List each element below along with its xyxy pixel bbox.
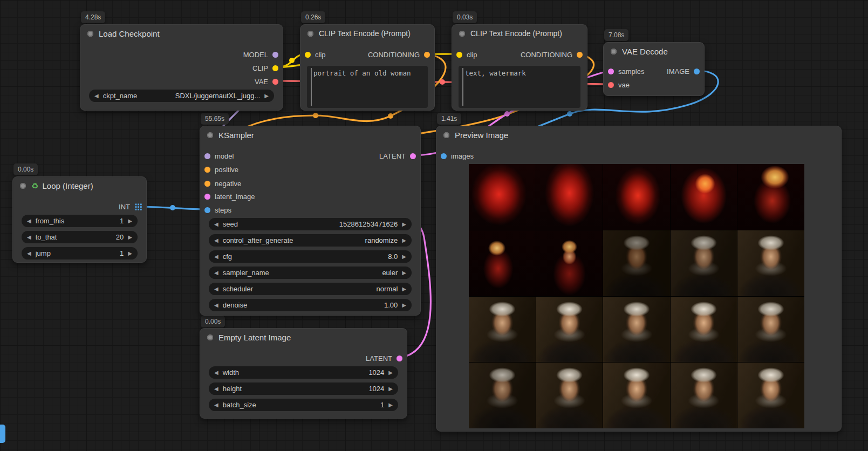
widget-to-that[interactable]: ◀ to_that 20 ▶	[22, 231, 138, 243]
node-header[interactable]: Preview Image	[436, 126, 841, 144]
prompt-text: text, watermark	[465, 69, 526, 77]
node-preview-image[interactable]: Preview Image images	[436, 126, 842, 432]
widget-sampler-name[interactable]: ◀ sampler_name euler ▶	[209, 266, 412, 279]
increment-arrow-icon[interactable]: ▶	[264, 93, 269, 99]
increment-arrow-icon[interactable]: ▶	[128, 251, 132, 256]
prompt-textarea[interactable]: portrait of an old woman	[307, 66, 428, 108]
model-socket[interactable]	[272, 52, 278, 58]
widget-batch-size[interactable]: ◀ batch_size 1 ▶	[209, 399, 398, 411]
increment-arrow-icon[interactable]: ▶	[402, 303, 406, 308]
image-socket[interactable]	[694, 69, 700, 74]
node-clip-text-encode-negative[interactable]: CLIP Text Encode (Prompt) clip CONDITION…	[452, 24, 587, 111]
widget-control-after-generate[interactable]: ◀ control_after_generate randomize ▶	[209, 234, 412, 247]
prompt-textarea[interactable]: text, watermark	[459, 66, 580, 108]
decrement-arrow-icon[interactable]: ◀	[214, 254, 218, 259]
increment-arrow-icon[interactable]: ▶	[402, 222, 406, 227]
vae-socket[interactable]	[272, 79, 278, 85]
slot-label: CLIP	[252, 64, 268, 72]
node-title: Empty Latent Image	[218, 333, 291, 342]
decrement-arrow-icon[interactable]: ◀	[214, 286, 218, 292]
vae-input-socket[interactable]	[608, 82, 614, 88]
decrement-arrow-icon[interactable]: ◀	[27, 235, 31, 240]
conditioning-socket[interactable]	[577, 52, 583, 58]
widget-value: 1024	[368, 385, 384, 393]
decrement-arrow-icon[interactable]: ◀	[27, 251, 31, 256]
node-title: Preview Image	[455, 131, 508, 140]
node-header[interactable]: KSampler	[200, 126, 420, 144]
increment-arrow-icon[interactable]: ▶	[402, 254, 406, 259]
model-input-socket[interactable]	[204, 153, 210, 159]
clip-input-socket[interactable]	[305, 52, 311, 58]
decrement-arrow-icon[interactable]: ◀	[94, 93, 99, 99]
decrement-arrow-icon[interactable]: ◀	[214, 402, 218, 408]
widget-scheduler[interactable]: ◀ scheduler normal ▶	[209, 283, 412, 295]
widget-denoise[interactable]: ◀ denoise 1.00 ▶	[209, 299, 412, 311]
timing-badge: 0.00s	[13, 163, 38, 175]
increment-arrow-icon[interactable]: ▶	[388, 386, 393, 392]
node-header[interactable]: ♻ Loop (Integer)	[13, 177, 146, 194]
node-title: CLIP Text Encode (Prompt)	[470, 29, 562, 38]
output-slot-model: MODEL	[243, 49, 278, 60]
node-empty-latent-image[interactable]: Empty Latent Image LATENT ◀ width 1024 ▶…	[200, 328, 407, 419]
node-header[interactable]: CLIP Text Encode (Prompt)	[452, 25, 587, 42]
decrement-arrow-icon[interactable]: ◀	[214, 303, 218, 308]
widget-value: 1.00	[384, 301, 398, 309]
node-vae-decode[interactable]: VAE Decode samples vae IMAGE	[603, 42, 705, 96]
node-header[interactable]: Load Checkpoint	[80, 25, 283, 42]
widget-height[interactable]: ◀ height 1024 ▶	[209, 382, 398, 395]
node-clip-text-encode-positive[interactable]: CLIP Text Encode (Prompt) clip CONDITION…	[300, 24, 435, 111]
conditioning-socket[interactable]	[424, 52, 430, 58]
increment-arrow-icon[interactable]: ▶	[388, 370, 393, 375]
increment-arrow-icon[interactable]: ▶	[402, 286, 406, 292]
decrement-arrow-icon[interactable]: ◀	[27, 218, 31, 224]
clip-input-socket[interactable]	[456, 52, 462, 58]
node-status-dot	[307, 31, 313, 37]
widget-cfg[interactable]: ◀ cfg 8.0 ▶	[209, 250, 412, 263]
increment-arrow-icon[interactable]: ▶	[128, 218, 132, 224]
widget-value: normal	[377, 285, 398, 293]
clip-socket[interactable]	[272, 65, 278, 71]
node-ksampler[interactable]: KSampler model positive negative latent_…	[200, 126, 421, 316]
positive-input-socket[interactable]	[204, 167, 210, 173]
slot-label: IMAGE	[667, 67, 689, 76]
node-header[interactable]: Empty Latent Image	[200, 329, 407, 346]
decrement-arrow-icon[interactable]: ◀	[214, 222, 218, 227]
widget-jump[interactable]: ◀ jump 1 ▶	[22, 247, 138, 259]
offscreen-node-edge[interactable]	[0, 425, 5, 443]
widget-from-this[interactable]: ◀ from_this 1 ▶	[22, 215, 138, 227]
node-load-checkpoint[interactable]: Load Checkpoint MODEL CLIP VAE ◀ ckpt_na…	[80, 24, 283, 111]
widget-value: 152861253471626	[339, 220, 398, 228]
increment-arrow-icon[interactable]: ▶	[128, 235, 132, 240]
node-header[interactable]: CLIP Text Encode (Prompt)	[300, 25, 434, 42]
input-slot-negative: negative	[204, 177, 241, 189]
latent-socket[interactable]	[410, 153, 416, 159]
decrement-arrow-icon[interactable]: ◀	[214, 238, 218, 243]
increment-arrow-icon[interactable]: ▶	[388, 402, 393, 408]
negative-input-socket[interactable]	[204, 181, 210, 187]
widget-value: 1024	[368, 368, 384, 377]
decrement-arrow-icon[interactable]: ◀	[214, 370, 218, 375]
decrement-arrow-icon[interactable]: ◀	[214, 386, 218, 392]
input-slot-clip: clip	[456, 49, 477, 60]
widget-ckpt-name[interactable]: ◀ ckpt_name SDXL/juggernautXL_jugg... ▶	[89, 90, 274, 102]
widget-value: 20	[116, 233, 124, 241]
increment-arrow-icon[interactable]: ▶	[402, 270, 406, 276]
images-input-socket[interactable]	[441, 153, 447, 159]
latent-socket[interactable]	[397, 356, 402, 361]
steps-input-socket[interactable]	[204, 207, 210, 213]
slot-label: clip	[467, 51, 477, 59]
node-header[interactable]: VAE Decode	[604, 43, 704, 60]
increment-arrow-icon[interactable]: ▶	[402, 238, 406, 243]
output-slot-image: IMAGE	[667, 65, 700, 77]
node-loop-integer[interactable]: ♻ Loop (Integer) INT ◀ from_this 1 ▶ ◀ t…	[12, 176, 147, 263]
input-slot-vae: vae	[608, 79, 630, 91]
preview-image-grid	[469, 164, 804, 428]
int-output-grid-icon[interactable]	[134, 203, 142, 210]
widget-seed[interactable]: ◀ seed 152861253471626 ▶	[209, 218, 412, 230]
decrement-arrow-icon[interactable]: ◀	[214, 270, 218, 276]
latent-image-input-socket[interactable]	[204, 194, 210, 200]
input-slot-model: model	[204, 150, 234, 162]
widget-width[interactable]: ◀ width 1024 ▶	[209, 366, 398, 379]
samples-input-socket[interactable]	[608, 69, 614, 74]
node-title: Load Checkpoint	[99, 29, 160, 38]
